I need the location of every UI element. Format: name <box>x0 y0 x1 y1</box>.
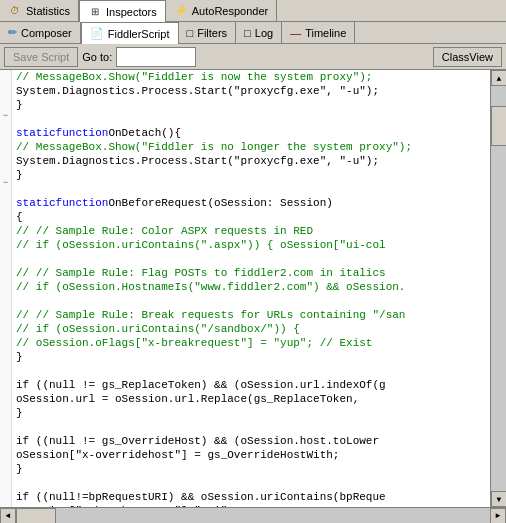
scroll-right-arrow[interactable]: ► <box>490 508 506 524</box>
collapse-marker-33[interactable] <box>0 494 11 507</box>
code-line-22[interactable]: if ((null != gs_ReplaceToken) && (oSessi… <box>12 378 490 392</box>
collapse-marker-5[interactable] <box>0 123 11 136</box>
collapse-marker-12[interactable] <box>0 216 11 229</box>
code-line-18[interactable]: // if (oSession.uriContains("/sandbox/")… <box>12 322 490 336</box>
bolt-icon: ⚡ <box>174 4 188 18</box>
code-line-11[interactable]: // // Sample Rule: Color ASPX requests i… <box>12 224 490 238</box>
tab-inspectors[interactable]: ⊞ Inspectors <box>79 0 166 22</box>
vscroll-thumb[interactable] <box>491 106 506 146</box>
tab-log-label: Log <box>255 27 273 39</box>
vscroll-track[interactable] <box>491 86 506 491</box>
collapse-marker-7[interactable] <box>0 150 11 163</box>
top-tab-bar: ⏱ Statistics ⊞ Inspectors ⚡ AutoResponde… <box>0 0 506 22</box>
code-line-16[interactable] <box>12 294 490 308</box>
collapse-marker-14[interactable] <box>0 242 11 255</box>
collapse-marker-2[interactable] <box>0 83 11 96</box>
collapse-marker-30[interactable] <box>0 454 11 467</box>
code-line-13[interactable] <box>12 252 490 266</box>
code-line-19[interactable]: // oSession.oFlags["x-breakrequest"] = "… <box>12 336 490 350</box>
collapse-marker-24[interactable] <box>0 375 11 388</box>
collapse-marker-32[interactable] <box>0 481 11 494</box>
tab-composer-label: Composer <box>21 27 72 39</box>
collapse-marker-20[interactable] <box>0 322 11 335</box>
tab-fiddlerscript[interactable]: 📄 FiddlerScript <box>81 22 179 44</box>
scroll-down-arrow[interactable]: ▼ <box>491 491 506 507</box>
code-line-2[interactable]: } <box>12 98 490 112</box>
collapse-marker-25[interactable] <box>0 388 11 401</box>
collapse-marker-19[interactable] <box>0 309 11 322</box>
code-line-20[interactable]: } <box>12 350 490 364</box>
collapse-marker-28[interactable] <box>0 428 11 441</box>
code-line-4[interactable]: static function OnDetach(){ <box>12 126 490 140</box>
collapse-marker-22[interactable] <box>0 348 11 361</box>
code-line-14[interactable]: // // Sample Rule: Flag POSTs to fiddler… <box>12 266 490 280</box>
code-line-26[interactable]: if ((null != gs_OverrideHost) && (oSessi… <box>12 434 490 448</box>
pencil-icon: ✏ <box>8 26 17 39</box>
filter-icon: □ <box>187 27 194 39</box>
collapse-marker-21[interactable] <box>0 335 11 348</box>
collapse-marker-1[interactable] <box>0 70 11 83</box>
toolbar: Save Script Go to: ClassView <box>0 44 506 70</box>
scroll-up-arrow[interactable]: ▲ <box>491 70 506 86</box>
collapse-marker-10[interactable] <box>0 189 11 202</box>
tab-fiddlerscript-label: FiddlerScript <box>108 28 170 40</box>
save-script-button[interactable]: Save Script <box>4 47 78 67</box>
tab-composer[interactable]: ✏ Composer <box>0 22 81 43</box>
tab-timeline[interactable]: — Timeline <box>282 22 355 43</box>
code-line-10[interactable]: { <box>12 210 490 224</box>
code-line-30[interactable]: if ((null!=bpRequestURI) && oSession.uri… <box>12 490 490 504</box>
tab-log[interactable]: □ Log <box>236 22 282 43</box>
collapse-marker-29[interactable] <box>0 441 11 454</box>
collapse-marker-13[interactable] <box>0 229 11 242</box>
tab-timeline-label: Timeline <box>305 27 346 39</box>
code-line-24[interactable]: } <box>12 406 490 420</box>
scroll-left-arrow[interactable]: ◄ <box>0 508 16 524</box>
code-line-23[interactable]: oSession.url = oSession.url.Replace(gs_R… <box>12 392 490 406</box>
collapse-marker-16[interactable] <box>0 269 11 282</box>
code-line-7[interactable]: } <box>12 168 490 182</box>
collapse-marker-4[interactable]: − <box>0 110 11 123</box>
collapse-marker-15[interactable] <box>0 256 11 269</box>
code-line-5[interactable]: // MessageBox.Show("Fiddler is no longer… <box>12 140 490 154</box>
tab-autoresponder[interactable]: ⚡ AutoResponder <box>166 0 277 21</box>
collapse-marker-31[interactable] <box>0 468 11 481</box>
collapse-marker-6[interactable] <box>0 136 11 149</box>
tab-statistics[interactable]: ⏱ Statistics <box>0 0 79 21</box>
code-line-25[interactable] <box>12 420 490 434</box>
code-line-15[interactable]: // if (oSession.HostnameIs("www.fiddler2… <box>12 280 490 294</box>
hscroll-track[interactable] <box>16 508 490 524</box>
hscroll-thumb[interactable] <box>16 508 56 524</box>
code-line-28[interactable]: } <box>12 462 490 476</box>
code-line-29[interactable] <box>12 476 490 490</box>
collapse-marker-17[interactable] <box>0 282 11 295</box>
vertical-scrollbar: ▲ ▼ <box>490 70 506 507</box>
grid-icon: ⊞ <box>88 5 102 19</box>
collapse-marker-11[interactable] <box>0 203 11 216</box>
collapse-marker-27[interactable] <box>0 415 11 428</box>
collapse-marker-26[interactable] <box>0 401 11 414</box>
goto-input[interactable] <box>116 47 196 67</box>
code-line-9[interactable]: static function OnBeforeRequest(oSession… <box>12 196 490 210</box>
code-line-17[interactable]: // // Sample Rule: Break requests for UR… <box>12 308 490 322</box>
collapse-marker-23[interactable] <box>0 362 11 375</box>
collapse-marker-3[interactable] <box>0 97 11 110</box>
horizontal-scrollbar: ◄ ► <box>0 507 506 523</box>
classview-button[interactable]: ClassView <box>433 47 502 67</box>
code-line-27[interactable]: oSession["x-overridehost"] = gs_Override… <box>12 448 490 462</box>
code-line-6[interactable]: System.Diagnostics.Process.Start("proxyc… <box>12 154 490 168</box>
tab-filters[interactable]: □ Filters <box>179 22 237 43</box>
code-line-8[interactable] <box>12 182 490 196</box>
log-icon: □ <box>244 27 251 39</box>
clock-icon: ⏱ <box>8 4 22 18</box>
script-icon: 📄 <box>90 27 104 40</box>
collapse-marker-18[interactable] <box>0 295 11 308</box>
second-tab-bar: ✏ Composer 📄 FiddlerScript □ Filters □ L… <box>0 22 506 44</box>
code-line-1[interactable]: System.Diagnostics.Process.Start("proxyc… <box>12 84 490 98</box>
collapse-marker-8[interactable] <box>0 163 11 176</box>
code-line-21[interactable] <box>12 364 490 378</box>
code-editor[interactable]: // MessageBox.Show("Fiddler is now the s… <box>12 70 490 507</box>
code-line-3[interactable] <box>12 112 490 126</box>
collapse-marker-9[interactable]: − <box>0 176 11 189</box>
code-line-0[interactable]: // MessageBox.Show("Fiddler is now the s… <box>12 70 490 84</box>
code-line-12[interactable]: // if (oSession.uriContains(".aspx")) { … <box>12 238 490 252</box>
